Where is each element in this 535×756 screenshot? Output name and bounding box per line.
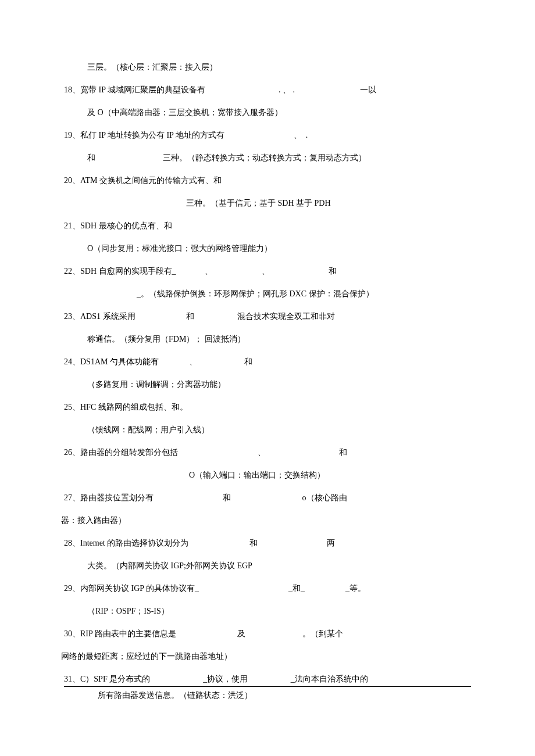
question-29-ans: （RIP：OSPF；IS-IS） xyxy=(64,605,471,617)
question-31-ans: 所有路由器发送信息。（链路状态：洪泛） xyxy=(64,689,471,701)
question-19-ans: 和 三种。（静态转换方式；动态转换方式；复用动态方式） xyxy=(64,152,471,164)
question-19: 19、私仃 IP 地址转换为公有 IP 地址的方式有 、 . xyxy=(64,129,471,141)
question-25-ans: （馈线网：配线网；用户引入线） xyxy=(64,424,471,436)
question-20-ans: 三种。（基于信元；基于 SDH 基于 PDH xyxy=(64,197,471,209)
question-24-ans: （多路复用：调制解调；分离器功能） xyxy=(64,378,471,390)
question-22-ans: _。（线路保护倒换：环形网保护；网孔形 DXC 保护：混合保护） xyxy=(64,288,471,300)
question-24: 24、DS1AM 勺具体功能有 、 和 xyxy=(64,356,471,368)
question-26-ans: O（输入端口：输出端口；交换结构） xyxy=(64,469,471,481)
document-page: 三层。（核心层：汇聚层：接入层） 18、宽带 IP 城域网汇聚层的典型设备有 .… xyxy=(0,0,535,756)
question-20: 20、ATM 交换机之间信元的传输方式有、和 xyxy=(64,174,471,187)
question-21-ans: O（同步复用；标准光接口；强大的网络管理能力） xyxy=(64,242,471,255)
question-26: 26、路由器的分组转发部分包括 、 和 xyxy=(64,446,471,458)
question-17-cont: 三层。（核心层：汇聚层：接入层） xyxy=(64,61,471,73)
question-18: 18、宽带 IP 城域网汇聚层的典型设备有 . 、 . 一以 xyxy=(64,84,471,96)
question-31: 31、C）SPF 是分布式的 _协议，使用 _法向本自治系统中的 xyxy=(64,673,471,687)
question-30-ans: 网络的最短距离；应经过的下一跳路由器地址） xyxy=(61,650,471,662)
question-27-ans: 器：接入路由器） xyxy=(61,514,471,526)
question-22: 22、SDH 自愈网的实现手段有_ 、 、 和 xyxy=(64,265,471,277)
question-23: 23、ADS1 系统采用 和 混合技术实现全双工和非对 xyxy=(64,310,471,323)
question-28-ans: 大类。（内部网关协议 IGP;外部网关协议 EGP xyxy=(64,560,471,572)
question-25: 25、HFC 线路网的组成包括、和。 xyxy=(64,401,471,413)
question-23-ans: 称通信。（频分复用（FDM）； 回波抵消） xyxy=(64,333,471,345)
question-27: 27、路由器按位置划分有 和 o（核心路由 xyxy=(64,492,471,504)
question-28: 28、Intemet 的路由选择协议划分为 和 两 xyxy=(64,537,471,549)
question-21: 21、SDH 最核心的优点有、和 xyxy=(64,220,471,232)
question-18-ans: 及 O（中高端路由器；三层交换机；宽带接入服务器） xyxy=(64,106,471,119)
question-30: 30、RIP 路由表中的主要信息是 及 。（到某个 xyxy=(64,628,471,640)
question-29: 29、内部网关协议 IGP 的具体协议有_ _和_ _等。 xyxy=(64,582,471,594)
